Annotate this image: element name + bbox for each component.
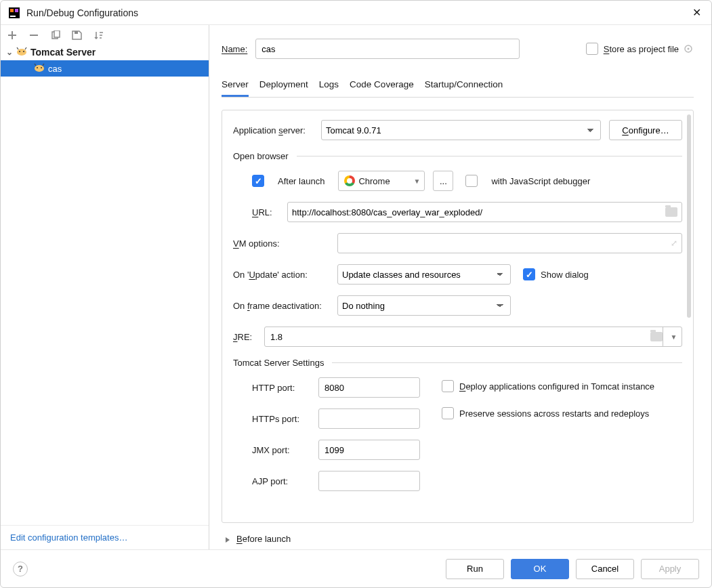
frame-deactivation-select[interactable]: Do nothing	[337, 295, 511, 316]
update-action-select[interactable]: Update classes and resources	[337, 264, 511, 285]
svg-rect-2	[15, 9, 18, 12]
tab-deployment[interactable]: Deployment	[259, 75, 308, 97]
scrollbar-thumb[interactable]	[687, 114, 691, 318]
chrome-icon	[344, 175, 355, 186]
add-config-icon[interactable]	[6, 29, 18, 41]
config-name-input[interactable]	[255, 39, 520, 59]
after-launch-label: After launch	[278, 176, 324, 186]
svg-point-11	[37, 67, 38, 68]
chevron-down-icon: ⌄	[6, 47, 16, 57]
ide-app-icon	[9, 7, 20, 18]
titlebar: Run/Debug Configurations ✕	[1, 1, 711, 25]
store-as-project-label: SStore as project filetore as project fi…	[604, 44, 679, 54]
config-toolbar	[1, 25, 209, 43]
https-port-input[interactable]	[318, 408, 420, 429]
svg-point-8	[19, 51, 20, 52]
svg-rect-6	[75, 31, 78, 34]
jre-label: JRE:	[233, 332, 264, 342]
svg-rect-5	[54, 30, 60, 37]
https-port-label: HTTPs port:	[252, 414, 318, 424]
body-split: ⌄ Tomcat Server cas Edit configuration t…	[1, 25, 711, 549]
jmx-port-input[interactable]	[318, 440, 420, 460]
show-dialog-label: Show dialog	[541, 270, 589, 280]
tab-startup-connection[interactable]: Startup/Connection	[425, 75, 503, 97]
browser-more-button[interactable]: ...	[433, 171, 453, 191]
config-item-label: cas	[48, 64, 62, 74]
after-launch-checkbox[interactable]	[252, 175, 264, 187]
show-dialog-checkbox[interactable]	[523, 268, 535, 280]
run-debug-config-dialog: Run/Debug Configurations ✕ ⌄ Tomcat Serv…	[0, 0, 712, 588]
dialog-footer: ? Run OK Cancel Apply	[1, 549, 711, 587]
app-server-label: Application server:	[233, 125, 321, 135]
name-label: Name:	[222, 44, 247, 54]
deploy-apps-checkbox[interactable]	[442, 380, 454, 392]
expand-icon[interactable]: ⤢	[671, 238, 677, 248]
help-button[interactable]: ?	[13, 562, 28, 576]
config-tree[interactable]: ⌄ Tomcat Server cas	[1, 43, 209, 525]
config-form: Name: SStore as project filetore as proj…	[209, 25, 711, 549]
folder-icon[interactable]	[650, 332, 663, 341]
url-input[interactable]	[292, 203, 661, 221]
url-label: URL:	[252, 207, 287, 217]
jre-dropdown-button[interactable]: ▼	[663, 327, 682, 346]
config-item-cas[interactable]: cas	[1, 60, 209, 77]
dialog-title: Run/Debug Configurations	[26, 7, 690, 18]
before-launch-label: Before launch	[236, 534, 291, 544]
run-button[interactable]: Run	[446, 559, 504, 579]
config-group-tomcat[interactable]: ⌄ Tomcat Server	[1, 44, 209, 60]
vm-options-label: VM options:	[233, 238, 337, 249]
store-as-project-checkbox[interactable]	[586, 43, 598, 55]
tab-logs[interactable]: Logs	[319, 75, 339, 97]
cancel-button[interactable]: Cancel	[576, 559, 634, 579]
tomcat-settings-title: Tomcat Server Settings	[233, 358, 324, 368]
chevron-down-icon: ▼	[413, 177, 420, 185]
update-action-label: On 'Update' action:	[233, 270, 337, 280]
js-debugger-checkbox[interactable]	[465, 175, 478, 187]
svg-rect-1	[10, 9, 14, 12]
http-port-input[interactable]	[318, 377, 420, 398]
close-icon[interactable]: ✕	[690, 6, 703, 20]
svg-point-7	[17, 49, 26, 56]
http-port-label: HTTP port:	[252, 383, 318, 393]
deploy-apps-label: Deploy applications configured in Tomcat…	[459, 381, 654, 392]
ok-button[interactable]: OK	[511, 559, 569, 579]
tomcat-icon	[16, 47, 28, 58]
tomcat-icon	[33, 63, 45, 75]
config-tabs: Server Deployment Logs Code Coverage Sta…	[222, 75, 694, 98]
configurations-pane: ⌄ Tomcat Server cas Edit configuration t…	[1, 25, 209, 549]
preserve-sessions-checkbox[interactable]	[442, 407, 454, 419]
gear-icon[interactable]	[683, 43, 694, 54]
svg-point-10	[35, 65, 44, 72]
before-launch-section[interactable]: Before launch	[224, 534, 707, 544]
chevron-right-icon	[224, 535, 232, 543]
copy-config-icon[interactable]	[49, 29, 62, 41]
remove-config-icon[interactable]	[28, 29, 40, 41]
left-footer: Edit configuration templates…	[1, 525, 209, 549]
ajp-port-input[interactable]	[318, 471, 420, 491]
ajp-port-label: AJP port:	[252, 476, 318, 486]
browser-name: Chrome	[358, 176, 390, 186]
browser-select[interactable]: Chrome ▼	[338, 171, 425, 191]
js-debugger-label: with JavaScript debugger	[491, 176, 590, 186]
preserve-sessions-label: Preserve sessions across restarts and re…	[459, 408, 649, 419]
app-server-select[interactable]: Tomcat 9.0.71	[321, 120, 601, 140]
svg-point-14	[688, 48, 690, 50]
jmx-port-label: JMX port:	[252, 445, 318, 455]
folder-icon[interactable]	[665, 207, 677, 217]
frame-deactivation-label: On frame deactivation:	[233, 301, 337, 311]
divider	[297, 156, 682, 156]
divider	[332, 362, 682, 363]
sort-config-icon[interactable]	[93, 29, 105, 41]
edit-templates-link[interactable]: Edit configuration templates…	[10, 532, 127, 543]
save-config-icon[interactable]	[71, 29, 83, 41]
tab-code-coverage[interactable]: Code Coverage	[350, 75, 414, 97]
apply-button[interactable]: Apply	[641, 559, 699, 579]
server-tab-panel: Application server: Tomcat 9.0.71 Config…	[222, 110, 694, 523]
svg-rect-3	[10, 16, 16, 17]
config-group-label: Tomcat Server	[30, 47, 96, 58]
tab-server[interactable]: Server	[222, 75, 249, 97]
configure-button[interactable]: Configure…	[609, 120, 682, 140]
jre-input[interactable]	[270, 328, 646, 345]
svg-point-12	[41, 67, 42, 68]
vm-options-input[interactable]	[342, 234, 667, 252]
